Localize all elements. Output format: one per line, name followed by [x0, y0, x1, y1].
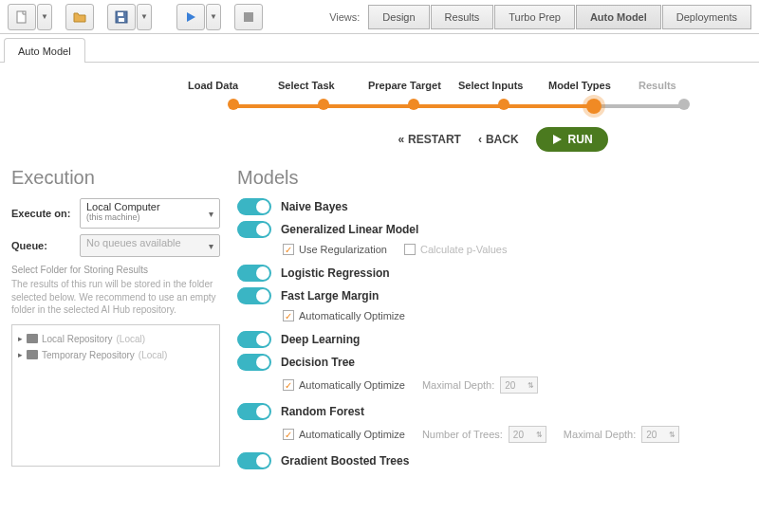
- restart-icon: «: [398, 133, 404, 146]
- execute-on-value: Local Computer: [86, 201, 160, 212]
- view-tab-design[interactable]: Design: [368, 5, 429, 29]
- models-panel: Models Naive Bayes Generalized Linear Mo…: [237, 167, 748, 519]
- model-toggle[interactable]: [237, 354, 271, 371]
- model-toggle[interactable]: [237, 265, 271, 282]
- step-line: [233, 104, 324, 108]
- step-dot: [228, 99, 239, 110]
- wizard-area: Load Data Select Task Prepare Target Sel…: [0, 63, 759, 161]
- wizard-steps: Load Data Select Task Prepare Target Sel…: [11, 80, 748, 114]
- repo-suffix: (Local): [116, 334, 145, 344]
- step-load-data[interactable]: Load Data: [188, 80, 278, 91]
- model-name: Logistic Regression: [281, 266, 390, 280]
- play-icon: [184, 10, 197, 24]
- repo-name: Temporary Repository: [42, 350, 135, 360]
- model-name: Fast Large Margin: [281, 289, 379, 303]
- option-checkbox-wrap[interactable]: Use Regularization: [283, 244, 387, 255]
- execution-title: Execution: [11, 167, 220, 189]
- model-toggle[interactable]: [237, 452, 271, 469]
- option-label: Use Regularization: [299, 244, 387, 255]
- model-row: Gradient Boosted Trees: [237, 452, 740, 469]
- view-tab-turbo-prep[interactable]: Turbo Prep: [494, 5, 575, 29]
- play-icon: [551, 134, 563, 145]
- model-toggle[interactable]: [237, 331, 271, 348]
- param-spinner[interactable]: 20: [641, 426, 679, 443]
- back-icon: ‹: [478, 133, 482, 146]
- queue-label: Queue:: [11, 240, 74, 251]
- option-checkbox-wrap[interactable]: Automatically Optimize: [283, 429, 405, 440]
- wizard-controls: « RESTART ‹ BACK RUN: [11, 127, 748, 152]
- save-button[interactable]: [107, 4, 136, 30]
- run-dropdown[interactable]: ▼: [206, 4, 221, 30]
- views-label: Views:: [329, 11, 360, 23]
- model-row: Logistic Regression: [237, 265, 740, 282]
- svg-rect-0: [17, 11, 26, 23]
- repo-name: Local Repository: [42, 334, 112, 344]
- restart-button[interactable]: « RESTART: [398, 133, 460, 146]
- queue-select: No queues available: [80, 234, 220, 257]
- folder-icon: [27, 334, 38, 343]
- model-row: Naive Bayes: [237, 198, 740, 215]
- checkbox-icon: [404, 244, 416, 255]
- run-label: RUN: [568, 133, 593, 146]
- save-dropdown[interactable]: ▼: [137, 4, 152, 30]
- view-tab-results[interactable]: Results: [431, 5, 494, 29]
- model-options: Automatically Optimize Number of Trees: …: [283, 426, 740, 443]
- option-checkbox-wrap[interactable]: Automatically Optimize: [283, 379, 405, 391]
- option-label: Calculate p-Values: [420, 244, 508, 255]
- checkbox-icon: [283, 429, 294, 440]
- option-checkbox-wrap[interactable]: Calculate p-Values: [404, 244, 508, 255]
- step-line: [594, 104, 684, 108]
- model-toggle[interactable]: [237, 198, 271, 215]
- option-checkbox-wrap[interactable]: Automatically Optimize: [283, 310, 405, 321]
- step-line: [324, 104, 414, 108]
- model-options: Automatically Optimize: [283, 310, 740, 321]
- save-icon: [114, 9, 129, 25]
- checkbox-icon: [283, 310, 294, 321]
- svg-rect-2: [118, 12, 123, 16]
- step-model-types[interactable]: Model Types: [548, 80, 639, 91]
- model-name: Naive Bayes: [281, 200, 348, 213]
- execute-on-select[interactable]: Local Computer (this machine): [80, 198, 220, 229]
- model-row: Fast Large Margin: [237, 287, 740, 304]
- step-dot-current: [586, 99, 602, 114]
- model-toggle[interactable]: [237, 221, 271, 238]
- open-button[interactable]: [65, 4, 94, 30]
- new-button[interactable]: [8, 4, 36, 30]
- sub-tab-auto-model[interactable]: Auto Model: [4, 38, 85, 63]
- folder-title: Select Folder for Storing Results: [11, 265, 220, 275]
- new-dropdown[interactable]: ▼: [37, 4, 52, 30]
- folder-hint: The results of this run will be stored i…: [11, 278, 220, 317]
- repo-suffix: (Local): [139, 350, 168, 360]
- model-row: Random Forest: [237, 403, 740, 420]
- param-label: Maximal Depth:: [422, 379, 494, 391]
- main-toolbar: ▼ ▼ ▼ Views: Design Results Turbo Prep A…: [0, 0, 759, 34]
- run-toolbar-button[interactable]: [176, 4, 205, 30]
- stop-icon: [242, 10, 255, 24]
- step-prepare-target[interactable]: Prepare Target: [368, 80, 458, 91]
- param-label: Number of Trees:: [422, 429, 503, 440]
- back-button[interactable]: ‹ BACK: [478, 133, 519, 146]
- step-select-task[interactable]: Select Task: [278, 80, 368, 91]
- option-param: Maximal Depth: 20: [422, 376, 538, 394]
- step-dot: [408, 99, 419, 110]
- model-name: Generalized Linear Model: [281, 223, 418, 236]
- model-row: Decision Tree: [237, 354, 740, 371]
- param-spinner[interactable]: 20: [500, 376, 538, 394]
- view-tab-auto-model[interactable]: Auto Model: [576, 5, 661, 29]
- param-spinner[interactable]: 20: [509, 426, 546, 443]
- tree-item-temp[interactable]: ▸ Temporary Repository (Local): [16, 347, 215, 363]
- sub-tabbar: Auto Model: [0, 34, 759, 63]
- back-label: BACK: [486, 133, 519, 146]
- model-row: Generalized Linear Model: [237, 221, 740, 238]
- step-select-inputs[interactable]: Select Inputs: [458, 80, 548, 91]
- tree-item-local[interactable]: ▸ Local Repository (Local): [16, 331, 215, 347]
- stop-toolbar-button[interactable]: [234, 4, 263, 30]
- step-line: [414, 104, 504, 108]
- model-toggle[interactable]: [237, 403, 271, 420]
- param-label: Maximal Depth:: [564, 429, 636, 440]
- model-name: Gradient Boosted Trees: [281, 454, 409, 468]
- model-toggle[interactable]: [237, 287, 271, 304]
- repository-tree[interactable]: ▸ Local Repository (Local) ▸ Temporary R…: [11, 324, 220, 467]
- view-tab-deployments[interactable]: Deployments: [662, 5, 751, 29]
- run-button[interactable]: RUN: [536, 127, 608, 152]
